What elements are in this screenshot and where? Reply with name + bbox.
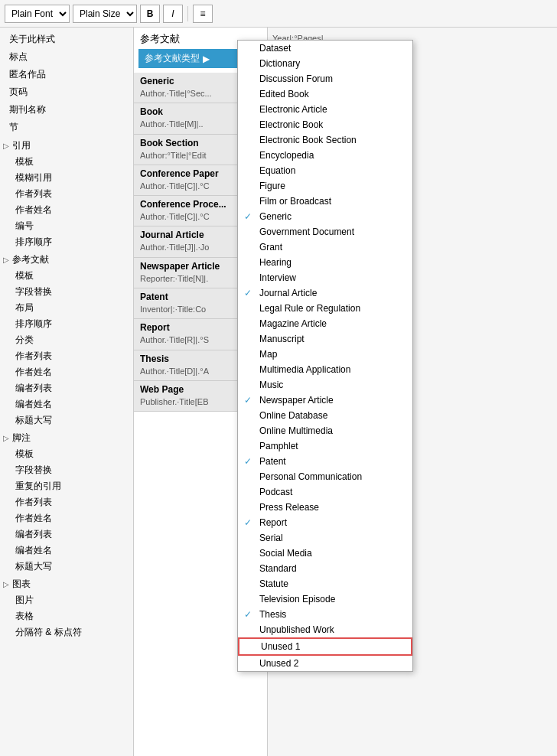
sidebar-child-item[interactable]: 作者列表 — [0, 494, 133, 510]
dropdown-item[interactable]: Online Multimedia — [238, 423, 412, 438]
dropdown-item[interactable]: Unused 2 — [238, 656, 412, 671]
sidebar-child-item[interactable]: 关于此样式 — [0, 31, 133, 48]
dropdown-item[interactable]: Newspaper Article — [238, 393, 412, 408]
dropdown-item[interactable]: Television Episode — [238, 591, 412, 607]
dropdown-menu[interactable]: DatasetDictionaryDiscussion ForumEdited … — [237, 40, 413, 672]
sidebar-group-label: 参考文献 — [12, 253, 49, 266]
dropdown-item[interactable]: Multimedia Application — [238, 362, 412, 377]
dropdown-item[interactable]: Hearing — [238, 255, 412, 270]
sidebar-child-item[interactable]: 编者姓名 — [0, 396, 133, 412]
sidebar-child-item[interactable]: 表格 — [0, 608, 133, 624]
sidebar: 关于此样式标点匿名作品页码期刊名称节▷引用模板模糊引用作者列表作者姓名编号排序顺… — [0, 28, 134, 756]
dropdown-item[interactable]: Music — [238, 377, 412, 393]
dropdown-item[interactable]: Legal Rule or Regulation — [238, 301, 412, 316]
dropdown-item[interactable]: Electronic Book — [238, 117, 412, 132]
dropdown-item[interactable]: Report — [238, 515, 412, 530]
bold-button[interactable]: B — [140, 5, 160, 23]
italic-button[interactable]: I — [163, 5, 183, 23]
sidebar-child-item[interactable]: 作者列表 — [0, 186, 133, 202]
menu-button[interactable]: ≡ — [193, 5, 213, 23]
sidebar-child-item[interactable]: 节 — [0, 119, 133, 136]
toolbar-divider — [187, 6, 188, 21]
sidebar-child-item[interactable]: 作者姓名 — [0, 364, 133, 380]
dropdown-item[interactable]: Press Release — [238, 500, 412, 515]
sidebar-child-item[interactable]: 作者姓名 — [0, 510, 133, 526]
sidebar-child-item[interactable]: 标点 — [0, 48, 133, 66]
sidebar-child-item[interactable]: 布局 — [0, 300, 133, 316]
sidebar-child-item[interactable]: 模板 — [0, 154, 133, 170]
dropdown-item[interactable]: Discussion Forum — [238, 71, 412, 86]
sidebar-child-item[interactable]: 标题大写 — [0, 412, 133, 429]
dropdown-item[interactable]: Personal Communication — [238, 469, 412, 484]
sidebar-child-item[interactable]: 作者姓名 — [0, 202, 133, 218]
sidebar-child-item[interactable]: 标题大写 — [0, 559, 133, 575]
dropdown-item[interactable]: Equation — [238, 163, 412, 178]
ref-type-label: 参考文献类型 — [145, 52, 200, 65]
dropdown-item[interactable]: Unpublished Work — [238, 622, 412, 637]
sidebar-child-item[interactable]: 分隔符 & 标点符 — [0, 624, 133, 640]
sidebar-child-item[interactable]: 编者列表 — [0, 526, 133, 543]
sidebar-child-item[interactable]: 字段替换 — [0, 284, 133, 300]
sidebar-group-label: 图表 — [12, 578, 31, 591]
toolbar: Plain Font Plain Size B I ≡ — [0, 0, 557, 28]
sidebar-child-item[interactable]: 排序顺序 — [0, 234, 133, 250]
dropdown-item[interactable]: Electronic Article — [238, 102, 412, 117]
group-arrow-icon: ▷ — [3, 434, 9, 442]
dropdown-item[interactable]: Government Document — [238, 224, 412, 240]
group-arrow-icon: ▷ — [3, 142, 9, 150]
dropdown-item[interactable]: Thesis — [238, 607, 412, 622]
sidebar-child-item[interactable]: 模板 — [0, 268, 133, 284]
sidebar-child-item[interactable]: 编者姓名 — [0, 543, 133, 559]
dropdown-item[interactable]: Dictionary — [238, 56, 412, 71]
dropdown-item[interactable]: Dataset — [238, 41, 412, 56]
dropdown-item[interactable]: Serial — [238, 530, 412, 546]
dropdown-item[interactable]: Social Media — [238, 546, 412, 561]
sidebar-child-item[interactable]: 编者列表 — [0, 380, 133, 396]
sidebar-group-label: 脚注 — [12, 432, 31, 445]
sidebar-child-item[interactable]: 字段替换 — [0, 462, 133, 478]
dropdown-item[interactable]: Journal Article — [238, 285, 412, 301]
dropdown-item[interactable]: Interview — [238, 270, 412, 285]
dropdown-item[interactable]: Electronic Book Section — [238, 132, 412, 148]
size-select[interactable]: Plain Size — [73, 5, 137, 23]
dropdown-item[interactable]: Map — [238, 347, 412, 362]
sidebar-child-item[interactable]: 图片 — [0, 592, 133, 608]
sidebar-child-item[interactable]: 模板 — [0, 446, 133, 462]
dropdown-item[interactable]: Manuscript — [238, 331, 412, 347]
dropdown-item[interactable]: Patent — [238, 454, 412, 469]
sidebar-child-item[interactable]: 重复的引用 — [0, 478, 133, 494]
group-arrow-icon: ▷ — [3, 580, 9, 588]
dropdown-item[interactable]: Film or Broadcast — [238, 194, 412, 209]
sidebar-group-header[interactable]: ▷参考文献 — [0, 250, 133, 268]
dropdown-item[interactable]: Unused 1 — [238, 637, 412, 656]
dropdown-item[interactable]: Edited Book — [238, 86, 412, 102]
sidebar-group-label: 引用 — [12, 139, 31, 152]
dropdown-item[interactable]: Statute — [238, 576, 412, 591]
sidebar-child-item[interactable]: 分类 — [0, 332, 133, 348]
dropdown-item[interactable]: Figure — [238, 178, 412, 194]
dropdown-item[interactable]: Podcast — [238, 484, 412, 500]
group-arrow-icon: ▷ — [3, 256, 9, 264]
dropdown-item[interactable]: Encyclopedia — [238, 148, 412, 163]
sidebar-group-header[interactable]: ▷引用 — [0, 136, 133, 154]
sidebar-child-item[interactable]: 作者列表 — [0, 348, 133, 364]
sidebar-child-item[interactable]: 排序顺序 — [0, 316, 133, 332]
dropdown-item[interactable]: Grant — [238, 240, 412, 255]
sidebar-child-item[interactable]: 匿名作品 — [0, 66, 133, 83]
sidebar-child-item[interactable]: 模糊引用 — [0, 170, 133, 186]
dropdown-item[interactable]: Pamphlet — [238, 438, 412, 454]
dropdown-item[interactable]: Online Database — [238, 408, 412, 423]
font-select[interactable]: Plain Font — [5, 5, 70, 23]
dropdown-item[interactable]: Magazine Article — [238, 316, 412, 331]
sidebar-child-item[interactable]: 页码 — [0, 83, 133, 101]
sidebar-child-item[interactable]: 期刊名称 — [0, 101, 133, 119]
sidebar-group-header[interactable]: ▷脚注 — [0, 429, 133, 446]
ref-type-arrow: ▶ — [203, 54, 210, 64]
sidebar-group-header[interactable]: ▷图表 — [0, 575, 133, 592]
dropdown-item[interactable]: Generic — [238, 209, 412, 224]
sidebar-child-item[interactable]: 编号 — [0, 218, 133, 234]
dropdown-item[interactable]: Standard — [238, 561, 412, 576]
